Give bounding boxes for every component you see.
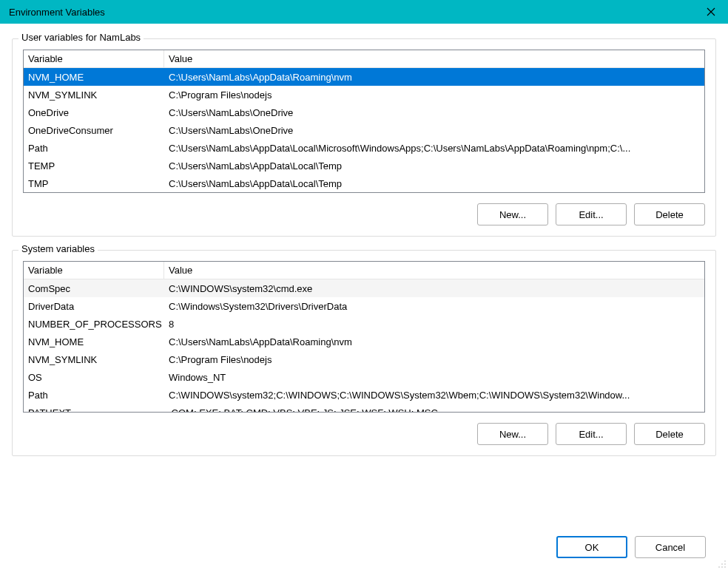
cell-variable: OneDriveConsumer bbox=[24, 125, 164, 136]
table-row[interactable]: PATHEXT.COM;.EXE;.BAT;.CMD;.VBS;.VBE;.JS… bbox=[24, 404, 704, 413]
dialog-buttons: OK Cancel bbox=[12, 536, 716, 558]
system-table-header: Variable Value bbox=[24, 262, 704, 279]
cell-value: C:\Windows\System32\Drivers\DriverData bbox=[164, 301, 704, 312]
titlebar: Environment Variables bbox=[0, 0, 728, 24]
table-row[interactable]: TMPC:\Users\NamLabs\AppData\Local\Temp bbox=[24, 174, 704, 192]
cell-variable: OneDrive bbox=[24, 107, 164, 118]
svg-point-1 bbox=[721, 563, 723, 565]
cell-variable: Path bbox=[24, 143, 164, 154]
cancel-button[interactable]: Cancel bbox=[635, 536, 706, 558]
cell-value: C:\Users\NamLabs\AppData\Local\Temp bbox=[164, 160, 704, 172]
table-row[interactable]: NUMBER_OF_PROCESSORS8 bbox=[24, 315, 704, 333]
cell-variable: ComSpec bbox=[24, 283, 164, 294]
system-variables-legend: System variables bbox=[18, 243, 98, 254]
cell-variable: DriverData bbox=[24, 301, 164, 312]
cell-value: Windows_NT bbox=[164, 372, 704, 383]
cell-value: C:\Users\NamLabs\AppData\Roaming\nvm bbox=[164, 336, 704, 347]
cell-variable: NVM_HOME bbox=[24, 336, 164, 347]
table-row[interactable]: NVM_SYMLINKC:\Program Files\nodejs bbox=[24, 350, 704, 368]
table-row[interactable]: PathC:\WINDOWS\system32;C:\WINDOWS;C:\WI… bbox=[24, 386, 704, 404]
user-new-button[interactable]: New... bbox=[477, 203, 548, 225]
table-row[interactable]: OSWindows_NT bbox=[24, 368, 704, 386]
column-header-value[interactable]: Value bbox=[164, 53, 704, 64]
cell-value: C:\Users\NamLabs\OneDrive bbox=[164, 107, 704, 118]
cell-variable: Path bbox=[24, 390, 164, 401]
user-variables-table[interactable]: Variable Value NVM_HOMEC:\Users\NamLabs\… bbox=[23, 50, 705, 193]
system-edit-button[interactable]: Edit... bbox=[556, 423, 627, 445]
cell-variable: PATHEXT bbox=[24, 407, 164, 413]
user-table-header: Variable Value bbox=[24, 50, 704, 68]
cell-value: C:\Users\NamLabs\AppData\Local\Temp bbox=[164, 178, 704, 189]
ok-button[interactable]: OK bbox=[556, 536, 627, 558]
cell-variable: NUMBER_OF_PROCESSORS bbox=[24, 319, 164, 330]
cell-value: 8 bbox=[164, 319, 704, 330]
cell-value: C:\Users\NamLabs\OneDrive bbox=[164, 125, 704, 136]
dialog-content: User variables for NamLabs Variable Valu… bbox=[0, 24, 728, 570]
cell-variable: OS bbox=[24, 372, 164, 383]
cell-value: C:\WINDOWS\system32\cmd.exe bbox=[164, 283, 704, 294]
window-title: Environment Variables bbox=[9, 7, 105, 18]
column-header-variable[interactable]: Variable bbox=[24, 262, 164, 279]
table-row[interactable]: NVM_SYMLINKC:\Program Files\nodejs bbox=[24, 86, 704, 104]
column-header-variable[interactable]: Variable bbox=[24, 50, 164, 67]
table-row[interactable]: DriverDataC:\Windows\System32\Drivers\Dr… bbox=[24, 297, 704, 315]
table-row[interactable]: NVM_HOMEC:\Users\NamLabs\AppData\Roaming… bbox=[24, 68, 704, 86]
table-row[interactable]: NVM_HOMEC:\Users\NamLabs\AppData\Roaming… bbox=[24, 333, 704, 350]
table-row[interactable]: OneDriveC:\Users\NamLabs\OneDrive bbox=[24, 104, 704, 121]
system-variables-group: System variables Variable Value ComSpecC… bbox=[12, 250, 716, 456]
svg-point-0 bbox=[724, 560, 726, 562]
cell-value: C:\Program Files\nodejs bbox=[164, 354, 704, 365]
svg-point-3 bbox=[718, 566, 720, 568]
svg-point-4 bbox=[721, 566, 723, 568]
user-buttons-row: New... Edit... Delete bbox=[23, 203, 705, 225]
user-variables-group: User variables for NamLabs Variable Valu… bbox=[12, 38, 716, 237]
cell-variable: TEMP bbox=[24, 160, 164, 172]
column-header-value[interactable]: Value bbox=[164, 265, 704, 276]
cell-variable: TMP bbox=[24, 178, 164, 189]
table-row[interactable]: ComSpecC:\WINDOWS\system32\cmd.exe bbox=[24, 279, 704, 297]
cell-value: C:\Users\NamLabs\AppData\Local\Microsoft… bbox=[164, 143, 704, 154]
close-button[interactable] bbox=[694, 0, 728, 24]
cell-value: C:\WINDOWS\system32;C:\WINDOWS;C:\WINDOW… bbox=[164, 390, 704, 401]
user-edit-button[interactable]: Edit... bbox=[556, 203, 627, 225]
table-row[interactable]: OneDriveConsumerC:\Users\NamLabs\OneDriv… bbox=[24, 121, 704, 139]
table-row[interactable]: TEMPC:\Users\NamLabs\AppData\Local\Temp bbox=[24, 157, 704, 174]
system-buttons-row: New... Edit... Delete bbox=[23, 423, 705, 445]
cell-variable: NVM_SYMLINK bbox=[24, 354, 164, 365]
resize-grip-icon[interactable] bbox=[716, 558, 727, 569]
system-new-button[interactable]: New... bbox=[477, 423, 548, 445]
cell-value: C:\Program Files\nodejs bbox=[164, 89, 704, 101]
cell-variable: NVM_SYMLINK bbox=[24, 89, 164, 101]
close-icon bbox=[707, 7, 715, 16]
user-delete-button[interactable]: Delete bbox=[634, 203, 705, 225]
table-row[interactable]: PathC:\Users\NamLabs\AppData\Local\Micro… bbox=[24, 139, 704, 157]
cell-value: .COM;.EXE;.BAT;.CMD;.VBS;.VBE;.JS;.JSE;.… bbox=[164, 407, 704, 413]
user-variables-legend: User variables for NamLabs bbox=[18, 32, 144, 43]
svg-point-5 bbox=[724, 566, 726, 568]
cell-variable: NVM_HOME bbox=[24, 72, 164, 83]
system-variables-table[interactable]: Variable Value ComSpecC:\WINDOWS\system3… bbox=[23, 261, 705, 413]
cell-value: C:\Users\NamLabs\AppData\Roaming\nvm bbox=[164, 72, 704, 83]
system-delete-button[interactable]: Delete bbox=[634, 423, 705, 445]
svg-point-2 bbox=[724, 563, 726, 565]
